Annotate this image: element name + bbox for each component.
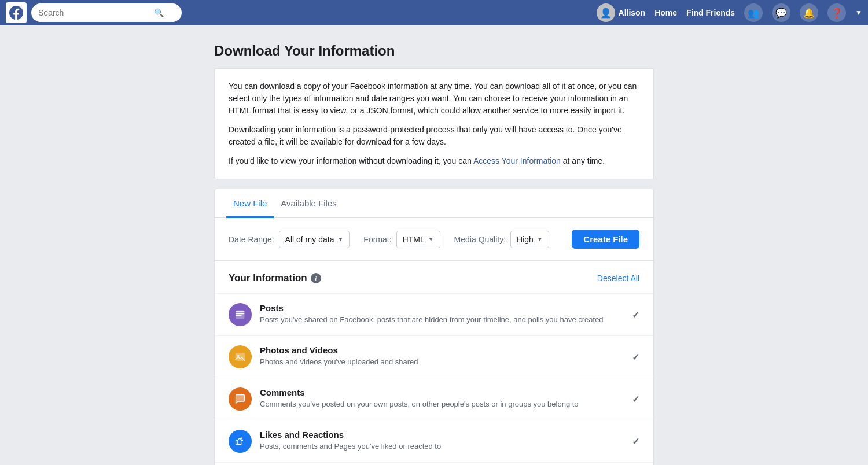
list-item[interactable]: Comments Comments you've posted on your … (215, 378, 653, 420)
your-information-header: Your Information i Deselect All (215, 260, 653, 293)
photos-videos-icon (229, 345, 252, 368)
list-item[interactable]: Posts Posts you've shared on Facebook, p… (215, 293, 653, 335)
media-quality-group: Media Quality: High ▼ (454, 231, 549, 248)
create-file-button[interactable]: Create File (572, 230, 639, 249)
main-content: Download Your Information You can downlo… (203, 25, 665, 465)
controls-row: Date Range: All of my data ▼ Format: HTM… (215, 218, 653, 260)
item-description: Posts, comments and Pages you've liked o… (260, 441, 625, 452)
search-bar[interactable]: 🔍 (31, 3, 182, 22)
format-group: Format: HTML ▼ (363, 231, 440, 248)
list-item[interactable]: Friends The people you are connected to … (215, 462, 653, 465)
date-range-dropdown[interactable]: All of my data ▼ (279, 231, 350, 248)
chevron-down-icon: ▼ (337, 236, 343, 242)
item-name: Comments (260, 387, 625, 397)
item-description: Posts you've shared on Facebook, posts t… (260, 315, 625, 325)
list-item[interactable]: Photos and Videos Photos and videos you'… (215, 335, 653, 378)
file-card: New File Available Files Date Range: All… (214, 189, 654, 465)
help-icon[interactable]: ❓ (827, 3, 846, 22)
navbar: 🔍 👤 Allison Home Find Friends 👥 💬 🔔 ❓ ▼ (0, 0, 868, 25)
date-range-label: Date Range: (229, 235, 274, 244)
page-title: Download Your Information (214, 43, 654, 59)
check-icon: ✓ (632, 436, 639, 447)
deselect-all-link[interactable]: Deselect All (597, 274, 639, 283)
facebook-logo[interactable] (6, 2, 27, 23)
tab-available-files[interactable]: Available Files (274, 189, 343, 218)
item-name: Photos and Videos (260, 345, 625, 355)
chevron-down-icon: ▼ (537, 236, 543, 242)
info-items-list: Posts Posts you've shared on Facebook, p… (215, 293, 653, 465)
comments-icon (229, 387, 252, 411)
info-icon: i (311, 273, 321, 283)
format-label: Format: (363, 235, 391, 244)
format-dropdown[interactable]: HTML ▼ (396, 231, 440, 248)
posts-icon (229, 303, 252, 326)
navbar-right: 👤 Allison Home Find Friends 👥 💬 🔔 ❓ ▼ (597, 3, 862, 22)
notifications-icon[interactable]: 🔔 (800, 3, 818, 22)
user-menu[interactable]: 👤 Allison (597, 3, 646, 22)
people-icon[interactable]: 👥 (744, 3, 763, 22)
chevron-down-icon[interactable]: ▼ (855, 9, 862, 17)
avatar: 👤 (597, 3, 615, 22)
date-range-group: Date Range: All of my data ▼ (229, 231, 350, 248)
list-item[interactable]: Likes and Reactions Posts, comments and … (215, 420, 653, 462)
home-link[interactable]: Home (654, 8, 677, 17)
item-name: Posts (260, 303, 625, 313)
media-quality-dropdown[interactable]: High ▼ (510, 231, 549, 248)
info-paragraph-2: Downloading your information is a passwo… (229, 124, 639, 148)
info-paragraph-1: You can download a copy of your Facebook… (229, 80, 639, 117)
info-paragraph-3: If you'd like to view your information w… (229, 155, 639, 167)
item-description: Comments you've posted on your own posts… (260, 399, 625, 409)
tab-new-file[interactable]: New File (226, 189, 274, 218)
check-icon: ✓ (632, 394, 639, 405)
likes-reactions-icon (229, 430, 252, 453)
item-description: Photos and videos you've uploaded and sh… (260, 357, 625, 367)
messenger-icon[interactable]: 💬 (772, 3, 790, 22)
search-icon: 🔍 (154, 8, 164, 17)
check-icon: ✓ (632, 309, 639, 320)
user-name: Allison (619, 8, 646, 17)
media-quality-label: Media Quality: (454, 235, 506, 244)
tabs-bar: New File Available Files (215, 189, 653, 218)
item-name: Likes and Reactions (260, 430, 625, 440)
your-information-title: Your Information i (229, 272, 321, 284)
info-card: You can download a copy of your Facebook… (214, 68, 654, 179)
access-info-link[interactable]: Access Your Information (473, 156, 561, 165)
find-friends-link[interactable]: Find Friends (686, 8, 735, 17)
chevron-down-icon: ▼ (428, 236, 434, 242)
search-input[interactable] (38, 8, 154, 17)
check-icon: ✓ (632, 352, 639, 363)
